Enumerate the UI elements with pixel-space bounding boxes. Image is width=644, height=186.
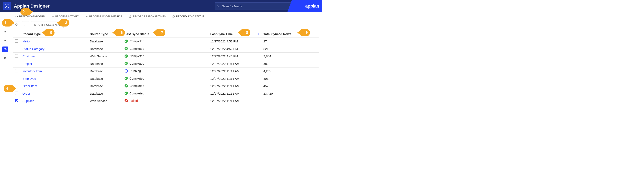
- top-bar: Appian Designer appian: [0, 0, 322, 12]
- time-cell: 12/27/2022 4:58 PM: [208, 38, 261, 45]
- rows-cell: 301: [261, 75, 319, 82]
- svg-line-2: [219, 6, 220, 7]
- toolbar: START FULL SYNC: [13, 21, 319, 28]
- select-all-checkbox[interactable]: [15, 32, 18, 35]
- svg-rect-8: [173, 16, 174, 17]
- source-type-cell: Database: [88, 67, 122, 75]
- tab-process-model-metrics[interactable]: PROCESS MODEL METRICS: [83, 14, 125, 19]
- record-type-link[interactable]: Order: [22, 92, 30, 95]
- tab-label: PROCESS MODEL METRICS: [89, 15, 122, 18]
- source-type-cell: Database: [88, 75, 122, 82]
- status-cell: Running: [122, 67, 208, 75]
- refresh-button[interactable]: [13, 21, 20, 28]
- search-icon: [217, 5, 220, 7]
- status-cell: Failed: [122, 97, 208, 105]
- record-type-link[interactable]: Nation: [22, 39, 31, 43]
- search-box[interactable]: [215, 2, 301, 10]
- col-last-sync-time[interactable]: Last Sync Time ↓: [208, 30, 261, 38]
- status-text: Completed: [130, 84, 144, 87]
- source-type-cell: Database: [88, 45, 122, 53]
- status-text: Completed: [130, 77, 144, 80]
- start-full-sync-button[interactable]: START FULL SYNC: [31, 21, 64, 28]
- col-source-type[interactable]: Source Type: [88, 30, 122, 38]
- tab-record-response-times[interactable]: RECORD RESPONSE TIMES: [126, 14, 168, 19]
- table-row: ProjectDatabaseCompleted12/27/2022 11:11…: [13, 60, 319, 67]
- tab-health-dashboard[interactable]: HEALTH DASHBOARD: [13, 14, 48, 19]
- row-checkbox[interactable]: [15, 47, 18, 50]
- col-last-sync-status[interactable]: Last Sync Status: [122, 30, 208, 38]
- tabs-row: HEALTH DASHBOARDPROCESS ACTIVITYPROCESS …: [10, 12, 322, 19]
- gauge-icon: [15, 15, 18, 18]
- status-cell: Completed: [122, 60, 208, 67]
- copy-icon: [172, 15, 175, 18]
- row-checkbox[interactable]: [15, 39, 18, 43]
- time-cell: 12/27/2022 4:46 PM: [208, 53, 261, 60]
- rows-cell: 27: [261, 38, 319, 45]
- source-type-cell: Web Service: [88, 97, 122, 105]
- rows-cell: 23,420: [261, 90, 319, 97]
- record-type-link[interactable]: Supplier: [22, 99, 34, 103]
- status-text: Completed: [130, 39, 144, 43]
- refresh-icon: [15, 23, 18, 26]
- table-row: Inventory ItemDatabaseRunning12/27/2022 …: [13, 67, 319, 75]
- time-cell: 12/27/2022 11:11 AM: [208, 97, 261, 105]
- row-checkbox[interactable]: [15, 92, 18, 95]
- status-cell: Completed: [122, 90, 208, 97]
- col-last-sync-time-label: Last Sync Time: [210, 32, 233, 36]
- row-checkbox[interactable]: [15, 62, 18, 65]
- table-header-row: Record Type Source Type Last Sync Status…: [13, 30, 319, 38]
- time-cell: 12/27/2022 11:11 AM: [208, 82, 261, 90]
- record-type-link[interactable]: Inventory Item: [22, 69, 42, 73]
- table-row: Order ItemDatabaseCompleted12/27/2022 11…: [13, 82, 319, 90]
- time-cell: 12/27/2022 4:52 PM: [208, 45, 261, 53]
- app-icon: [3, 2, 11, 10]
- record-type-link[interactable]: Customer: [22, 54, 36, 58]
- row-checkbox[interactable]: [15, 69, 18, 72]
- rail-item-monitor[interactable]: [2, 46, 8, 52]
- rows-cell: 457: [261, 82, 319, 90]
- check-circle-icon: [124, 54, 128, 58]
- rail-item-list[interactable]: [2, 29, 8, 35]
- select-all-header[interactable]: [13, 30, 20, 38]
- tab-record-sync-status[interactable]: RECORD SYNC STATUS: [170, 14, 207, 19]
- row-checkbox[interactable]: [15, 99, 18, 102]
- table-row: Status CategoryDatabaseCompleted12/27/20…: [13, 45, 319, 53]
- col-total-synced-rows[interactable]: Total Synced Rows: [261, 30, 319, 38]
- record-type-link[interactable]: Project: [22, 62, 32, 65]
- row-checkbox[interactable]: [15, 77, 18, 80]
- rail-item-explore[interactable]: [2, 21, 8, 26]
- table-row: EmployeeDatabaseCompleted12/27/2022 11:1…: [13, 75, 319, 82]
- status-text[interactable]: Failed: [130, 99, 138, 102]
- status-cell: Completed: [122, 38, 208, 45]
- check-circle-icon: [124, 84, 128, 87]
- app-title: Appian Designer: [14, 3, 50, 9]
- sync-status-table: Record Type Source Type Last Sync Status…: [13, 30, 319, 105]
- source-type-cell: Database: [88, 38, 122, 45]
- tab-process-activity[interactable]: PROCESS ACTIVITY: [49, 14, 82, 19]
- search-input[interactable]: [222, 4, 298, 8]
- row-checkbox[interactable]: [15, 84, 18, 87]
- source-type-cell: Database: [88, 90, 122, 97]
- svg-point-4: [4, 57, 5, 58]
- check-circle-icon: [124, 77, 128, 80]
- source-type-cell: Database: [88, 82, 122, 90]
- tab-label: PROCESS ACTIVITY: [55, 15, 79, 18]
- swap-icon: [24, 23, 27, 26]
- rail-item-users[interactable]: [2, 55, 8, 61]
- rail-item-deploy[interactable]: [2, 38, 8, 44]
- source-type-cell: Database: [88, 60, 122, 67]
- row-checkbox[interactable]: [15, 54, 18, 57]
- svg-point-3: [4, 23, 6, 25]
- left-rail: [0, 12, 10, 105]
- status-text: Completed: [130, 92, 144, 95]
- record-type-link[interactable]: Order Item: [22, 84, 37, 88]
- svg-rect-7: [173, 15, 174, 17]
- record-type-link[interactable]: Employee: [22, 77, 36, 80]
- col-record-type[interactable]: Record Type: [20, 30, 88, 38]
- record-type-link[interactable]: Status Category: [22, 47, 44, 51]
- source-type-cell: Web Service: [88, 53, 122, 60]
- tab-label: HEALTH DASHBOARD: [19, 15, 45, 18]
- svg-point-1: [218, 5, 219, 7]
- compare-button[interactable]: [22, 21, 29, 28]
- bar-chart-icon: [85, 15, 88, 18]
